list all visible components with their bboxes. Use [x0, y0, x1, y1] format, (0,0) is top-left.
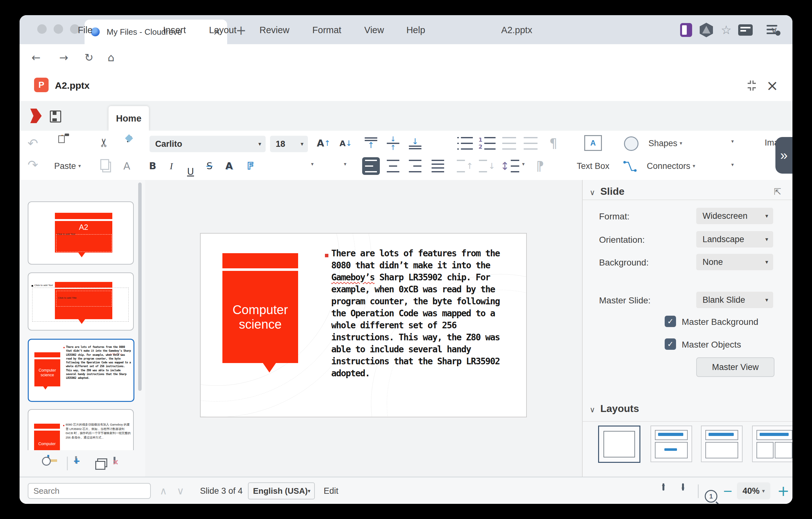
align-left-icon-active[interactable] [362, 157, 380, 175]
bullet-list-icon[interactable] [456, 136, 474, 151]
align-center-icon[interactable] [384, 159, 402, 174]
start-slideshow-icon[interactable] [47, 457, 49, 464]
strikethrough-icon[interactable]: S [201, 159, 218, 173]
browser-tab[interactable]: My Files - Cloudreve × [85, 20, 227, 44]
master-slide-dropdown[interactable]: Blank Slide▾ [696, 292, 773, 308]
slide-section-chevron-icon[interactable]: ∨ [589, 189, 595, 196]
bold-icon[interactable]: B [144, 159, 161, 173]
favorites-star-icon[interactable]: ☆ [719, 15, 733, 45]
menu-view[interactable]: View [362, 15, 386, 45]
thumbnails-scrollbar[interactable] [138, 183, 142, 391]
layout-title-content[interactable] [650, 426, 692, 462]
undo-icon[interactable]: ↶ [24, 136, 41, 150]
zoom-in-icon[interactable]: + [775, 477, 791, 504]
card-plugin-icon[interactable] [738, 15, 753, 45]
shape-fill-caret-icon[interactable]: ▾ [729, 162, 736, 167]
delete-slide-icon[interactable]: × [114, 457, 115, 464]
align-middle-icon[interactable]: ↓ ↑ [384, 135, 402, 152]
back-icon[interactable]: ← [28, 44, 44, 71]
justify-icon[interactable] [429, 159, 447, 174]
highlight-caret-icon[interactable]: ▾ [309, 162, 316, 167]
underline-icon[interactable]: U [182, 165, 199, 179]
orientation-dropdown[interactable]: Landscape▾ [696, 231, 773, 247]
menu-file[interactable]: File [75, 15, 95, 45]
slide-thumbnail-2[interactable]: Click to add Text Click to add Title [28, 272, 134, 330]
more-toolbar-button[interactable]: » [775, 137, 792, 174]
slide-thumbnail-3-selected[interactable]: Computer science There are lots of featu… [28, 339, 135, 402]
master-view-button[interactable]: Master View [696, 357, 775, 377]
insert-paragraph-icon[interactable]: ¶ [545, 136, 562, 151]
traffic-close-icon[interactable] [37, 24, 47, 34]
increase-font-icon[interactable]: A↑ [314, 136, 334, 151]
slide-title-bar[interactable] [223, 253, 298, 268]
panel-theme-icon[interactable] [680, 15, 692, 45]
master-background-checkbox[interactable]: ✓ [665, 316, 676, 327]
current-slide[interactable]: Computer science There are lots of featu… [200, 233, 527, 417]
language-dropdown[interactable]: English (USA) ▾ [248, 482, 315, 499]
reload-icon[interactable]: ↻ [81, 44, 96, 71]
menu-insert[interactable]: Insert [160, 15, 188, 45]
home-icon[interactable]: ⌂ [104, 44, 119, 71]
traffic-minimize-icon[interactable] [54, 24, 63, 34]
menu-layout[interactable]: Layout [208, 15, 238, 45]
slide-thumbnail-1[interactable]: A2 Click to add Text [28, 201, 134, 265]
connectors-icon[interactable] [623, 160, 637, 173]
connectors-button[interactable]: Connectors ▾ [640, 159, 702, 173]
slide-thumbnail-4[interactable]: Computer 8080 芯片的很多功能都没有加入 Gameboy 的夏普 L… [28, 409, 134, 450]
layouts-section-chevron-icon[interactable]: ∨ [589, 406, 595, 414]
redo-icon[interactable]: ↷ [24, 158, 41, 172]
align-top-icon[interactable]: ↑ [362, 135, 380, 152]
numbered-list-icon[interactable]: 12 [478, 136, 496, 151]
search-input[interactable] [28, 483, 151, 499]
fit-slide-icon[interactable]: ↑ [663, 483, 664, 491]
shapes-button[interactable]: Shapes ▾ [642, 136, 689, 151]
menu-format[interactable]: Format [311, 15, 343, 45]
italic-icon[interactable]: I [164, 159, 179, 173]
shapes-icon[interactable] [624, 136, 638, 151]
font-size-select[interactable]: 18▾ [270, 136, 308, 152]
forward-icon[interactable]: → [56, 44, 71, 71]
text-box-button[interactable]: Text Box [574, 159, 613, 173]
background-dropdown[interactable]: None▾ [696, 254, 773, 270]
cut-icon[interactable]: ✂ [97, 134, 111, 152]
menu-review[interactable]: Review [259, 15, 290, 45]
slide-body-text[interactable]: There are lots of features from the 8080… [331, 247, 509, 379]
find-previous-icon[interactable]: ∧ [156, 477, 171, 504]
column-break-icon[interactable]: ¶ [531, 159, 549, 174]
find-next-icon[interactable]: ∨ [173, 477, 188, 504]
line-spacing-icon[interactable]: ↕ [500, 159, 519, 174]
line-spacing-caret-icon[interactable]: ▾ [520, 162, 527, 167]
decrease-font-icon[interactable]: A↓ [336, 136, 356, 151]
master-objects-checkbox[interactable]: ✓ [665, 338, 676, 350]
zoom-level-dropdown[interactable]: 40% ▾ [737, 482, 771, 499]
viewer-close-icon[interactable]: × [763, 71, 782, 100]
format-dropdown[interactable]: Widescreen▾ [696, 208, 773, 224]
zoom-100-icon[interactable]: 1 [705, 490, 717, 502]
fit-width-icon[interactable]: ↓ [682, 483, 684, 491]
about-user-icon[interactable] [766, 15, 780, 45]
layout-two-content[interactable] [752, 426, 792, 462]
save-icon[interactable] [50, 110, 61, 122]
slide-title-box[interactable]: Computer science [223, 271, 298, 363]
decrease-indent-icon[interactable] [500, 136, 518, 151]
font-effects-icon[interactable]: F [242, 159, 259, 173]
text-box-icon[interactable]: A [584, 135, 602, 151]
clear-style-icon[interactable]: A [118, 159, 136, 173]
superscript-icon[interactable]: A [221, 159, 237, 173]
align-bottom-icon[interactable]: ↓ [406, 135, 424, 152]
zoom-out-icon[interactable]: − [721, 477, 735, 504]
layout-blank-selected[interactable] [598, 426, 640, 463]
move-up-icon[interactable]: ↑ [456, 159, 474, 174]
font-name-select[interactable]: Carlito▾ [149, 136, 266, 152]
move-down-icon[interactable]: ↓ [478, 159, 496, 174]
paste-button[interactable]: Paste ▾ [49, 160, 86, 172]
menu-help[interactable]: Help [403, 15, 428, 45]
new-slide-icon[interactable]: + [75, 456, 77, 463]
layout-title-only[interactable] [701, 426, 743, 462]
font-color-caret-icon[interactable]: ▾ [341, 162, 349, 167]
align-right-icon[interactable] [406, 159, 424, 174]
panel-expand-icon[interactable]: ⇱ [774, 188, 781, 196]
increase-indent-icon[interactable] [522, 136, 540, 151]
paste-icon[interactable] [61, 135, 63, 142]
menu-home-active[interactable]: Home [109, 106, 149, 131]
